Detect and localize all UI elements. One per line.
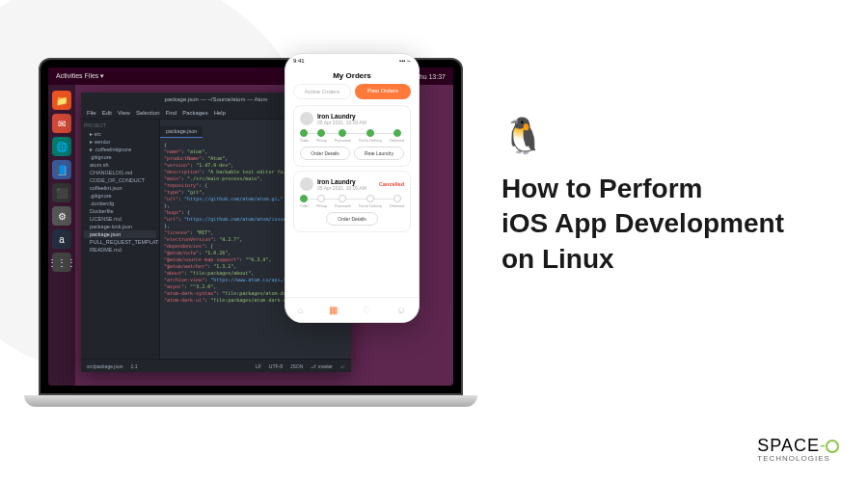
- tree-file[interactable]: PULL_REQUEST_TEMPLATE: [84, 238, 156, 246]
- logo-o-icon: [826, 440, 839, 453]
- topbar-time: Thu 13:37: [415, 73, 446, 80]
- step: Out for Delivery: [359, 195, 382, 208]
- avatar-icon: [300, 177, 313, 191]
- tree-file[interactable]: ▸ src: [84, 130, 156, 138]
- step: Pickup: [316, 195, 327, 208]
- dock-icon[interactable]: ✉: [52, 114, 71, 133]
- tree-file[interactable]: CHANGELOG.md: [84, 169, 156, 176]
- logo-subtext: TECHNOLOGIES: [757, 454, 839, 463]
- order-date: 05 Apr 2021, 10:00 AM: [317, 185, 366, 191]
- step: Order: [300, 195, 309, 208]
- spaceo-logo: SPACE - TECHNOLOGIES: [757, 436, 839, 463]
- tree-file[interactable]: coffeelint.json: [84, 184, 156, 192]
- dock-icon[interactable]: ⋮⋮⋮: [52, 253, 71, 272]
- headline-line: iOS App Development: [502, 206, 784, 241]
- step: Delivered: [390, 129, 404, 143]
- order-tabs: Active Orders Past Orders: [285, 84, 419, 99]
- tree-file[interactable]: .dockercfg: [84, 200, 156, 207]
- atom-tree-view: Project ▸ src▸ vendor▸ .coffeelintignore…: [81, 120, 160, 359]
- tree-file[interactable]: package-lock.json: [84, 223, 156, 230]
- menu-item[interactable]: Find: [166, 110, 177, 116]
- headline-line: How to Perform: [502, 172, 784, 206]
- order-progress: OrderPickupProcessedOut for DeliveryDeli…: [300, 195, 404, 208]
- dock-icon[interactable]: 🌐: [52, 137, 71, 156]
- tux-icon: 🐧: [502, 116, 784, 156]
- logo-text: SPACE: [757, 436, 820, 456]
- tree-file[interactable]: CODE_OF_CONDUCT: [84, 176, 156, 184]
- tree-file[interactable]: ▸ .coffeelintignore: [84, 146, 156, 153]
- tree-file[interactable]: Dockerfile: [84, 207, 156, 215]
- menu-item[interactable]: Help: [214, 110, 226, 116]
- step: Processed: [335, 195, 351, 208]
- tree-file[interactable]: LICENSE.md: [84, 215, 156, 223]
- dock-icon[interactable]: 📘: [52, 160, 71, 179]
- atom-tab[interactable]: package.json: [160, 126, 203, 138]
- status-item: ⎇ master: [311, 363, 333, 369]
- tree-file[interactable]: ▸ vendor: [84, 138, 156, 146]
- orders-icon[interactable]: ▦: [329, 305, 338, 315]
- order-details-button[interactable]: Order Details: [326, 212, 378, 226]
- tree-file[interactable]: .gitignore: [84, 153, 156, 161]
- tab-active-orders[interactable]: Active Orders: [293, 84, 351, 99]
- step: Delivered: [390, 195, 404, 208]
- menu-item[interactable]: Edit: [102, 110, 112, 116]
- avatar-icon: [300, 112, 313, 125]
- status-item: UTF-8: [269, 363, 283, 369]
- phone-title: My Orders: [285, 67, 419, 84]
- status-item: LF: [256, 363, 261, 369]
- dock-icon[interactable]: ⬛: [52, 183, 71, 202]
- ubuntu-dock: 📁✉🌐📘⬛⚙a⋮⋮⋮: [48, 85, 75, 386]
- order-name: Iron Laundry: [317, 178, 366, 185]
- status-item: 1:1: [131, 363, 138, 369]
- rate-laundry-button[interactable]: Rate Laundry: [354, 147, 404, 160]
- menu-item[interactable]: Packages: [182, 110, 207, 116]
- profile-icon[interactable]: ☺: [396, 305, 406, 315]
- dock-icon[interactable]: ⚙: [52, 206, 71, 226]
- phone-bottom-nav: ⌂ ▦ ♡ ☺: [285, 297, 419, 322]
- order-card: Iron Laundry 05 Apr 2021, 10:00 AM Cance…: [293, 171, 411, 232]
- status-item: JSON: [290, 363, 303, 369]
- menu-item[interactable]: Selection: [136, 110, 160, 116]
- order-details-button[interactable]: Order Details: [300, 147, 350, 160]
- home-icon[interactable]: ⌂: [298, 305, 304, 315]
- laptop-base: [24, 395, 477, 407]
- tree-header: Project: [84, 122, 156, 128]
- iphone-mockup: 9:41 ••• ⏦ My Orders Active Orders Past …: [285, 53, 420, 323]
- tab-past-orders[interactable]: Past Orders: [355, 84, 411, 99]
- phone-signal: ••• ⏦: [399, 58, 411, 64]
- order-name: Iron Laundry: [317, 113, 366, 120]
- step: Processed: [335, 129, 351, 143]
- atom-statusbar: src/package.json1:1 LFUTF-8JSON⎇ master↓…: [81, 359, 351, 372]
- headline-block: 🐧 How to Perform iOS App Development on …: [502, 116, 784, 277]
- step: Pickup: [316, 129, 327, 143]
- dock-icon[interactable]: a: [52, 229, 71, 249]
- step: Order: [300, 129, 309, 143]
- tree-file[interactable]: atom.sh: [84, 161, 156, 169]
- phone-statusbar: 9:41 ••• ⏦: [285, 54, 419, 67]
- order-date: 05 Apr 2021, 10:00 AM: [317, 120, 366, 125]
- order-progress: OrderPickupProcessedOut for DeliveryDeli…: [300, 129, 404, 143]
- notifications-icon[interactable]: ♡: [363, 305, 371, 315]
- topbar-left: Activities Files ▾: [56, 72, 104, 80]
- atom-title: package.json — ~/Source/atom — Atom: [165, 96, 268, 102]
- status-item: ↓↑: [340, 363, 345, 369]
- tree-file[interactable]: .gitignore: [84, 192, 156, 200]
- menu-item[interactable]: View: [118, 110, 130, 116]
- tree-file[interactable]: package.json: [84, 230, 156, 238]
- order-card: Iron Laundry 05 Apr 2021, 10:00 AM Order…: [293, 105, 411, 167]
- step: Out for Delivery: [359, 129, 382, 143]
- headline-line: on Linux: [502, 242, 784, 277]
- dock-icon[interactable]: 📁: [52, 91, 71, 110]
- tree-file[interactable]: README.md: [84, 246, 156, 254]
- cancelled-badge: Cancelled: [379, 181, 404, 187]
- menu-item[interactable]: File: [87, 110, 96, 116]
- status-item: src/package.json: [87, 363, 123, 369]
- phone-time: 9:41: [293, 58, 305, 64]
